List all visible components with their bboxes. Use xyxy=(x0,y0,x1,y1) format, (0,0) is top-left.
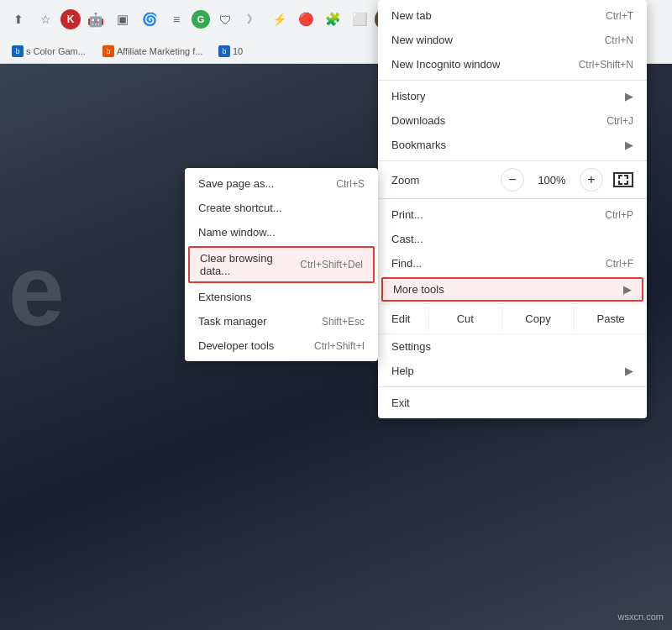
extension-icon-puzzle[interactable]: 🧩 xyxy=(321,8,344,31)
menu-item-cast[interactable]: Cast... xyxy=(378,227,647,251)
submenu-item-save-page[interactable]: Save page as... Ctrl+S xyxy=(185,171,378,196)
extension-icon-flame[interactable]: 🔴 xyxy=(294,8,318,31)
menu-label-incognito: New Incognito window xyxy=(391,58,565,71)
extension-icon-g[interactable]: G xyxy=(192,10,210,29)
menu-label-new-tab: New tab xyxy=(391,9,592,22)
submenu-item-name-window[interactable]: Name window... xyxy=(185,220,378,244)
more-tools-arrow-icon: ▶ xyxy=(623,283,632,296)
zoom-plus-button[interactable]: + xyxy=(580,168,603,192)
copy-button[interactable]: Copy xyxy=(501,307,575,330)
menu-item-history[interactable]: History ▶ xyxy=(378,84,647,108)
submenu-item-extensions[interactable]: Extensions xyxy=(185,285,378,309)
submenu-item-create-shortcut[interactable]: Create shortcut... xyxy=(185,196,378,220)
menu-divider-3 xyxy=(378,198,647,199)
bookmark-item-3[interactable]: b 10 xyxy=(213,44,248,59)
submenu-label-create-shortcut: Create shortcut... xyxy=(198,202,282,214)
menu-item-incognito[interactable]: New Incognito window Ctrl+Shift+N xyxy=(378,52,647,76)
extension-icon-wave[interactable]: 》 xyxy=(240,8,264,31)
menu-shortcut-new-window: Ctrl+N xyxy=(605,34,633,46)
bookmark-item-2[interactable]: b Affiliate Marketing f... xyxy=(97,44,207,59)
menu-item-exit[interactable]: Exit xyxy=(378,391,647,415)
bookmark-label-2: Affiliate Marketing f... xyxy=(117,46,203,56)
menu-item-settings[interactable]: Settings xyxy=(378,334,647,359)
menu-label-help: Help xyxy=(391,365,618,377)
menu-label-more-tools: More tools xyxy=(393,283,617,296)
menu-shortcut-incognito: Ctrl+Shift+N xyxy=(579,59,633,71)
bookmark-button[interactable]: ☆ xyxy=(34,8,57,31)
extension-icon-s[interactable]: ⚡ xyxy=(267,8,291,31)
menu-label-history: History xyxy=(391,90,618,102)
svg-rect-5 xyxy=(618,181,620,185)
edit-label: Edit xyxy=(378,307,428,330)
zoom-value: 100% xyxy=(531,174,573,186)
submenu-label-developer-tools: Developer tools xyxy=(198,339,274,352)
fullscreen-icon xyxy=(617,174,629,186)
bookmark-item-1[interactable]: b s Color Gam... xyxy=(7,44,91,59)
submenu-label-name-window: Name window... xyxy=(198,226,276,239)
bookmark-label-3: 10 xyxy=(233,46,243,56)
submenu-label-clear-browsing: Clear browsing data... xyxy=(200,252,300,277)
paste-button[interactable]: Paste xyxy=(574,307,647,330)
help-arrow-icon: ▶ xyxy=(625,365,633,377)
bookmark-favicon-1: b xyxy=(12,45,24,57)
menu-label-new-window: New window xyxy=(391,34,591,46)
menu-label-print: Print... xyxy=(391,208,591,221)
extension-icon-shield[interactable]: 🛡 xyxy=(213,8,237,31)
menu-divider-1 xyxy=(378,80,647,81)
menu-shortcut-new-tab: Ctrl+T xyxy=(606,10,633,22)
menu-item-new-window[interactable]: New window Ctrl+N xyxy=(378,28,647,52)
bookmark-favicon-2: b xyxy=(102,45,114,57)
submenu-item-clear-browsing[interactable]: Clear browsing data... Ctrl+Shift+Del xyxy=(188,246,375,283)
menu-item-print[interactable]: Print... Ctrl+P xyxy=(378,202,647,227)
menu-item-new-tab[interactable]: New tab Ctrl+T xyxy=(378,3,647,28)
chrome-menu: New tab Ctrl+T New window Ctrl+N New Inc… xyxy=(378,0,647,418)
menu-item-help[interactable]: Help ▶ xyxy=(378,359,647,383)
menu-item-more-tools[interactable]: More tools ▶ xyxy=(381,277,643,302)
menu-item-bookmarks[interactable]: Bookmarks ▶ xyxy=(378,133,647,157)
extension-icon-k[interactable]: K xyxy=(60,9,81,29)
svg-rect-1 xyxy=(618,175,620,179)
zoom-label: Zoom xyxy=(391,174,501,186)
zoom-minus-button[interactable]: − xyxy=(501,168,524,192)
edit-row: Edit Cut Copy Paste xyxy=(378,303,647,334)
share-button[interactable]: ⬆ xyxy=(7,8,30,31)
submenu-label-task-manager: Task manager xyxy=(198,315,267,328)
menu-shortcut-print: Ctrl+P xyxy=(605,209,633,221)
menu-label-bookmarks: Bookmarks xyxy=(391,139,618,151)
extension-icon-swirl[interactable]: 🌀 xyxy=(138,8,161,31)
svg-rect-7 xyxy=(627,181,628,185)
menu-label-find: Find... xyxy=(391,257,592,270)
cut-button[interactable]: Cut xyxy=(428,307,501,330)
submenu-label-extensions: Extensions xyxy=(198,291,252,303)
bookmark-label-1: s Color Gam... xyxy=(26,46,86,56)
more-tools-submenu: Save page as... Ctrl+S Create shortcut..… xyxy=(185,168,378,361)
zoom-controls: − 100% + xyxy=(501,168,633,192)
menu-divider-4 xyxy=(378,386,647,387)
watermark: wsxcn.com xyxy=(618,612,664,622)
menu-item-find[interactable]: Find... Ctrl+F xyxy=(378,251,647,276)
submenu-item-developer-tools[interactable]: Developer tools Ctrl+Shift+I xyxy=(185,333,378,358)
svg-rect-3 xyxy=(627,175,628,179)
zoom-row: Zoom − 100% + xyxy=(378,165,647,195)
extension-icon-chrome[interactable]: ⬜ xyxy=(348,8,371,31)
submenu-shortcut-clear-browsing: Ctrl+Shift+Del xyxy=(300,259,363,270)
submenu-label-save-page: Save page as... xyxy=(198,177,274,190)
menu-item-downloads[interactable]: Downloads Ctrl+J xyxy=(378,108,647,133)
bookmark-favicon-3: b xyxy=(218,45,230,57)
menu-label-downloads: Downloads xyxy=(391,114,593,127)
extension-icon-square[interactable]: ▣ xyxy=(111,8,134,31)
bookmarks-arrow-icon: ▶ xyxy=(625,139,633,151)
zoom-fullscreen-button[interactable] xyxy=(613,172,633,187)
extension-icon-robot[interactable]: 🤖 xyxy=(84,8,108,31)
decorative-letter: e xyxy=(8,232,65,348)
menu-shortcut-downloads: Ctrl+J xyxy=(606,115,633,127)
menu-label-settings: Settings xyxy=(391,340,633,353)
menu-label-exit: Exit xyxy=(391,396,633,409)
extension-icon-bars[interactable]: ≡ xyxy=(165,8,188,31)
menu-shortcut-find: Ctrl+F xyxy=(606,258,633,270)
submenu-shortcut-developer-tools: Ctrl+Shift+I xyxy=(314,340,365,352)
menu-divider-2 xyxy=(378,160,647,161)
submenu-shortcut-task-manager: Shift+Esc xyxy=(322,316,365,328)
history-arrow-icon: ▶ xyxy=(625,90,633,102)
submenu-item-task-manager[interactable]: Task manager Shift+Esc xyxy=(185,309,378,333)
